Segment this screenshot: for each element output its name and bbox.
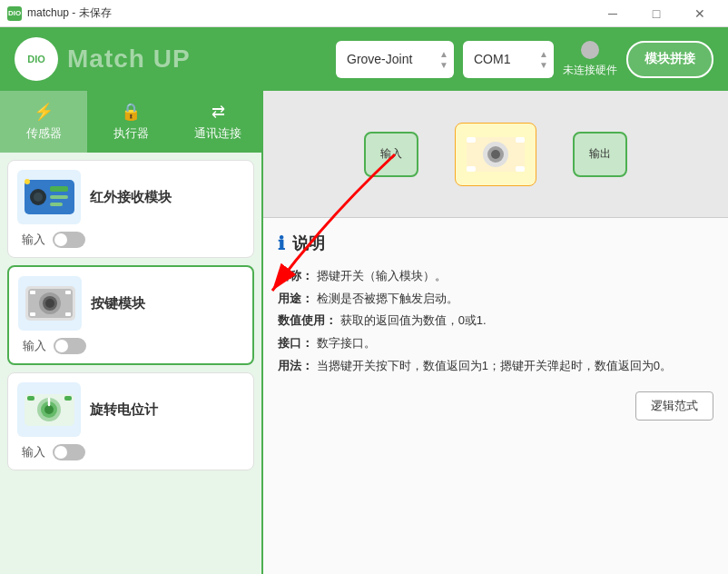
logo-match: Match [67,45,153,73]
canvas-input-node: 输入 [364,132,418,177]
svg-rect-14 [65,291,71,294]
module-ir[interactable]: 红外接收模块 输入 [7,160,254,258]
info-port-row: 接口： 数字接口。 [278,332,713,355]
module-button[interactable]: 按键模块 输入 [7,265,254,365]
titlebar: DIO matchup - 未保存 ─ □ ✕ [0,0,728,27]
canvas-module [455,123,536,186]
logo-up: UP [153,45,191,73]
info-usage-row: 用法： 当摁键开关按下时，数值返回为1；摁键开关弹起时，数值返回为0。 [278,355,713,378]
btn-module-image [18,276,82,331]
connect-status-label: 未连接硬件 [563,63,617,78]
rot-module-name: 旋转电位计 [90,401,158,419]
logic-button[interactable]: 逻辑范式 [635,391,713,421]
svg-point-19 [44,405,54,414]
info-icon: ℹ [278,233,285,254]
info-title-text: 说明 [292,233,325,254]
svg-rect-31 [516,166,525,172]
titlebar-controls: ─ □ ✕ [592,0,721,27]
titlebar-left: DIO matchup - 未保存 [7,5,112,21]
info-port-value: 数字接口。 [317,336,376,350]
svg-point-11 [45,299,54,308]
logo-area: DIO Match UP [15,37,191,81]
info-value-label: 数值使用： [278,313,337,327]
canvas-area: 输入 输出 [263,91,728,218]
header-selects: Grove-Joint ▲ ▼ COM1 ▲ ▼ 未连接硬件 模块拼接 [336,41,713,78]
svg-rect-21 [27,396,34,401]
svg-point-2 [34,193,43,202]
svg-rect-28 [467,137,476,143]
sensor-icon: ⚡ [34,102,54,122]
tab-actuator-label: 执行器 [113,125,149,142]
actuator-icon: 🔒 [121,102,141,122]
svg-rect-13 [30,312,35,316]
minimize-button[interactable]: ─ [592,0,634,27]
connect-status: 未连接硬件 [563,41,617,78]
ir-input-label: 输入 [22,232,45,248]
info-port-label: 接口： [278,336,313,350]
com-label: COM1 [474,52,510,66]
ir-module-name: 红外接收模块 [90,189,172,206]
canvas-output-node: 输出 [573,132,627,177]
header: DIO Match UP Grove-Joint ▲ ▼ COM1 ▲ ▼ 未连… [0,27,728,91]
logo-text: Match UP [67,45,191,74]
svg-point-27 [491,150,500,159]
info-name-value: 摁键开关（输入模块）。 [317,269,447,282]
info-name-row: 名称： 摁键开关（输入模块）。 [278,265,713,288]
svg-rect-12 [30,291,35,294]
com-select-arrows: ▲ ▼ [539,49,548,70]
connect-dot [581,41,599,59]
btn-input-label: 输入 [23,338,46,354]
info-purpose-value: 检测是否被摁下触发启动。 [317,292,458,305]
maximize-button[interactable]: □ [635,0,677,27]
info-panel: ℹ 说明 名称： 摁键开关（输入模块）。 用途： 检测是否被摁下触发启动。 数值… [263,218,728,574]
svg-rect-30 [467,166,476,172]
canvas-output-label: 输出 [589,146,611,162]
btn-toggle[interactable] [54,338,86,354]
svg-rect-22 [64,396,72,401]
sidebar: ⚡ 传感器 🔒 执行器 ⇄ 通讯连接 [0,91,263,574]
ir-toggle[interactable] [53,232,85,248]
btn-module-name: 按键模块 [91,295,145,312]
info-purpose-label: 用途： [278,292,313,305]
tab-actuator[interactable]: 🔒 执行器 [87,91,174,153]
info-content: 名称： 摁键开关（输入模块）。 用途： 检测是否被摁下触发启动。 数值使用： 获… [278,265,713,377]
info-value-row: 数值使用： 获取的返回值为数值，0或1. [278,310,713,332]
module-rotary[interactable]: 旋转电位计 输入 [7,372,254,470]
titlebar-title: matchup - 未保存 [27,5,112,21]
info-value-value: 获取的返回值为数值，0或1. [340,313,487,327]
close-button[interactable]: ✕ [679,0,721,27]
ir-module-image [17,170,81,224]
com-select[interactable]: COM1 ▲ ▼ [463,41,554,78]
info-purpose-row: 用途： 检测是否被摁下触发启动。 [278,288,713,311]
tab-comm-label: 通讯连接 [194,125,241,142]
info-usage-value: 当摁键开关按下时，数值返回为1；摁键开关弹起时，数值返回为0。 [317,359,672,372]
rot-input-label: 输入 [22,444,45,460]
tab-comm[interactable]: ⇄ 通讯连接 [174,91,261,153]
info-name-label: 名称： [278,269,313,282]
device-select-arrows: ▲ ▼ [439,49,448,70]
right-panel: 输入 输出 ℹ [263,91,728,574]
connect-button[interactable]: 模块拼接 [626,41,713,78]
device-select[interactable]: Grove-Joint ▲ ▼ [336,41,454,78]
svg-rect-3 [50,186,68,192]
logo-circle: DIO [15,37,58,81]
tab-sensor-label: 传感器 [26,125,62,142]
main: ⚡ 传感器 🔒 执行器 ⇄ 通讯连接 [0,91,728,574]
device-label: Grove-Joint [347,52,412,66]
svg-rect-15 [65,312,71,316]
comm-icon: ⇄ [212,102,225,122]
canvas-input-label: 输入 [380,146,402,162]
svg-rect-4 [50,195,68,199]
app-icon: DIO [7,6,22,21]
svg-rect-5 [50,203,63,206]
svg-rect-29 [516,137,525,143]
sidebar-tabs: ⚡ 传感器 🔒 执行器 ⇄ 通讯连接 [0,91,261,153]
tab-sensor[interactable]: ⚡ 传感器 [0,91,87,153]
info-usage-label: 用法： [278,359,313,372]
sidebar-list: 红外接收模块 输入 [0,153,261,574]
rot-module-image [17,382,81,437]
info-title: ℹ 说明 [278,233,713,254]
rot-toggle[interactable] [53,444,85,460]
svg-point-6 [25,179,30,184]
